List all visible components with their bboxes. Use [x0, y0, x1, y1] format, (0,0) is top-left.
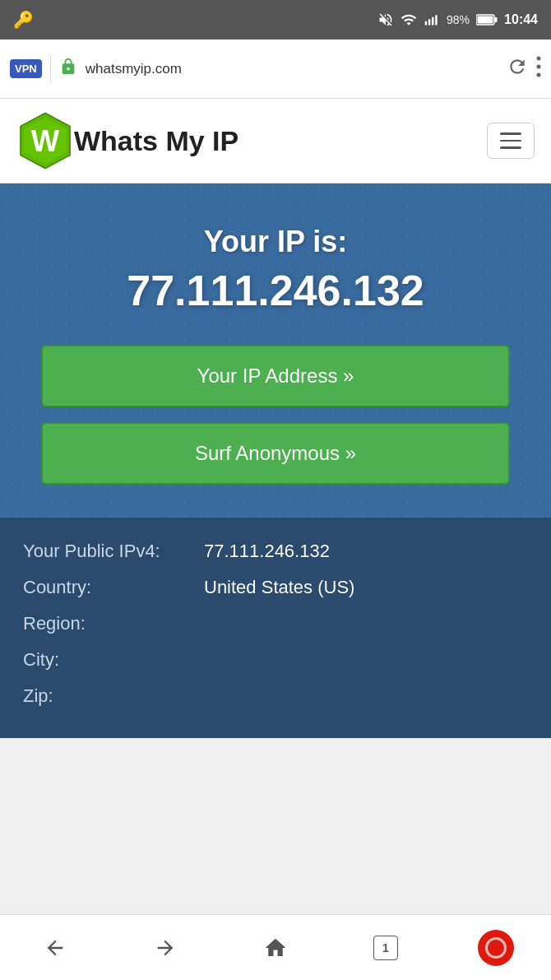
svg-rect-1: [428, 19, 431, 25]
info-row-region: Region:: [23, 613, 528, 634]
status-bar: 🔑 98% 10:44: [0, 0, 551, 39]
key-icon: 🔑: [13, 10, 34, 30]
hamburger-line-1: [500, 132, 521, 135]
svg-rect-5: [495, 17, 498, 22]
forward-button[interactable]: [141, 923, 190, 973]
reload-button[interactable]: [507, 56, 528, 82]
battery-icon: [476, 13, 498, 26]
site-logo: W: [16, 112, 74, 170]
opera-button[interactable]: [471, 923, 521, 973]
info-row-ipv4: Your Public IPv4: 77.111.246.132: [23, 541, 528, 562]
home-button[interactable]: [251, 923, 300, 973]
back-button[interactable]: [30, 923, 80, 973]
svg-point-8: [537, 64, 541, 68]
info-value-country: United States (US): [204, 577, 528, 598]
info-label-country: Country:: [23, 577, 204, 598]
tab-count-badge: 1: [373, 936, 398, 960]
opera-icon: [478, 930, 514, 966]
hero-section: Your IP is: 77.111.246.132 Your IP Addre…: [0, 183, 551, 518]
info-label-zip: Zip:: [23, 685, 204, 707]
site-header: W Whats My IP: [0, 99, 551, 183]
signal-icon: [424, 12, 440, 28]
svg-rect-6: [478, 16, 493, 24]
status-time: 10:44: [504, 12, 538, 27]
tabs-button[interactable]: 1: [361, 923, 410, 973]
info-section: Your Public IPv4: 77.111.246.132 Country…: [0, 518, 551, 738]
hero-label: Your IP is:: [20, 225, 531, 259]
info-row-city: City:: [23, 649, 528, 671]
surf-anonymous-button[interactable]: Surf Anonymous »: [41, 422, 510, 485]
hero-ip-address: 77.111.246.132: [20, 266, 531, 315]
url-text[interactable]: whatsmyip.com: [86, 61, 498, 77]
browser-divider: [50, 54, 51, 84]
svg-rect-2: [432, 17, 434, 26]
info-label-ipv4: Your Public IPv4:: [23, 541, 204, 562]
opera-icon-inner: [485, 937, 507, 959]
hamburger-line-2: [500, 140, 521, 142]
svg-rect-0: [425, 21, 428, 26]
status-icons: 98% 10:44: [377, 12, 538, 28]
info-row-country: Country: United States (US): [23, 577, 528, 598]
svg-rect-3: [435, 15, 438, 26]
hamburger-line-3: [500, 146, 521, 149]
info-label-city: City:: [23, 649, 204, 671]
hamburger-menu-button[interactable]: [487, 123, 535, 159]
info-value-ipv4: 77.111.246.132: [204, 541, 528, 562]
svg-text:W: W: [31, 124, 60, 158]
info-label-region: Region:: [23, 613, 204, 634]
your-ip-address-button[interactable]: Your IP Address »: [41, 345, 510, 407]
site-title: Whats My IP: [74, 125, 487, 157]
wifi-icon: [401, 12, 417, 28]
mute-icon: [377, 12, 394, 28]
lock-icon: [59, 58, 77, 80]
info-row-zip: Zip:: [23, 685, 528, 707]
svg-point-7: [537, 56, 541, 60]
bottom-nav: 1: [0, 914, 551, 980]
battery-percent: 98%: [447, 13, 470, 26]
vpn-badge: VPN: [10, 59, 42, 78]
browser-bar: VPN whatsmyip.com: [0, 39, 551, 99]
svg-point-9: [537, 72, 541, 77]
more-menu-button[interactable]: [536, 56, 541, 82]
